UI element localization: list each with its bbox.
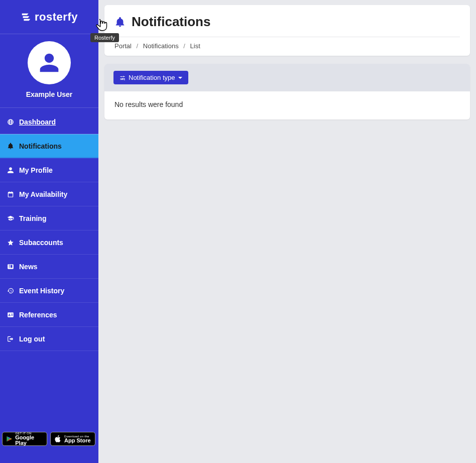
sidebar-item-label: Subaccounts — [19, 239, 63, 247]
app-store-badge[interactable]: Download on the App Store — [50, 432, 95, 446]
graduation-icon — [6, 215, 15, 222]
brand-name: rosterfy — [35, 11, 78, 24]
page-header-card: Notifications Portal / Notifications / L… — [104, 5, 470, 56]
profile-block: Example User — [0, 34, 98, 108]
sliders-icon — [120, 75, 126, 81]
sidebar-item-label: Notifications — [19, 142, 62, 150]
user-icon — [6, 167, 15, 174]
breadcrumb-list: List — [190, 42, 200, 50]
sidebar-item-label: News — [19, 263, 38, 271]
breadcrumb-portal[interactable]: Portal — [114, 42, 132, 50]
store-badges: GET IT ON Google Play Download on the Ap… — [2, 432, 95, 446]
star-icon — [6, 239, 15, 246]
bell-icon — [114, 17, 126, 28]
calendar-icon — [6, 191, 15, 198]
caret-down-icon — [178, 77, 182, 79]
results-empty-message: No results were found — [104, 91, 470, 120]
logout-icon — [6, 335, 15, 342]
sidebar-item-label: My Profile — [19, 166, 53, 174]
sidebar-item-event-history[interactable]: Event History — [0, 279, 98, 303]
sidebar-item-my-profile[interactable]: My Profile — [0, 158, 98, 182]
user-name: Example User — [26, 90, 73, 98]
logo[interactable]: rosterfy — [0, 0, 98, 34]
filter-label: Notification type — [129, 74, 175, 81]
page-title: Notifications — [132, 14, 210, 30]
bell-icon — [6, 143, 15, 150]
breadcrumb-separator: / — [137, 42, 139, 50]
rosterfy-logo-icon — [21, 12, 32, 23]
breadcrumb: Portal / Notifications / List — [114, 37, 460, 50]
results-card: Notification type No results were found — [104, 64, 470, 120]
sidebar-item-my-availability[interactable]: My Availability — [0, 182, 98, 206]
badge-bot-text: Google Play — [15, 435, 44, 446]
apple-icon — [54, 435, 62, 443]
nav: Dashboard Notifications My Profile My Av… — [0, 108, 98, 463]
sidebar-item-label: References — [19, 311, 57, 319]
google-play-badge[interactable]: GET IT ON Google Play — [2, 432, 47, 446]
id-card-icon — [6, 311, 15, 318]
sidebar-item-notifications[interactable]: Notifications — [0, 134, 98, 158]
user-icon — [38, 52, 60, 74]
sidebar-item-label: Dashboard — [19, 118, 56, 126]
sidebar-item-references[interactable]: References — [0, 303, 98, 327]
breadcrumb-notifications[interactable]: Notifications — [143, 42, 179, 50]
badge-bot-text: App Store — [64, 438, 91, 443]
breadcrumb-separator: / — [183, 42, 185, 50]
globe-icon — [6, 119, 15, 126]
filter-bar: Notification type — [104, 64, 470, 91]
sidebar-item-news[interactable]: News — [0, 255, 98, 279]
sidebar-item-training[interactable]: Training — [0, 206, 98, 230]
sidebar-item-label: Log out — [19, 335, 45, 343]
sidebar-item-dashboard[interactable]: Dashboard — [0, 110, 98, 134]
sidebar-item-logout[interactable]: Log out — [0, 327, 98, 351]
sidebar-item-subaccounts[interactable]: Subaccounts — [0, 230, 98, 255]
newspaper-icon — [6, 263, 15, 270]
sidebar: rosterfy Example User Dashboard Notifica… — [0, 0, 98, 463]
avatar[interactable] — [28, 41, 71, 84]
sidebar-item-label: Training — [19, 214, 46, 222]
main-content: Notifications Portal / Notifications / L… — [98, 0, 476, 463]
sidebar-item-label: My Availability — [19, 190, 67, 198]
sidebar-item-label: Event History — [19, 287, 64, 295]
notification-type-filter-button[interactable]: Notification type — [113, 71, 188, 84]
history-icon — [6, 287, 15, 294]
google-play-icon — [6, 435, 13, 443]
